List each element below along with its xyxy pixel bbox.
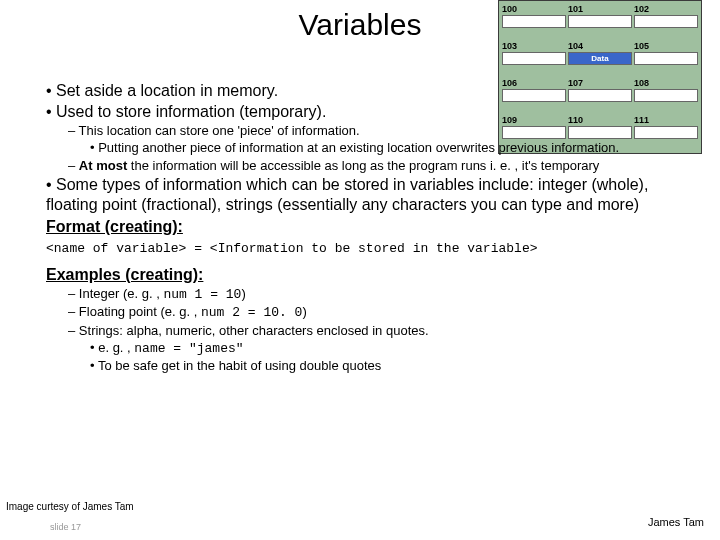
example-item: Integer (e. g. , num 1 = 10): [68, 286, 696, 303]
bullet-emphasis: At most: [79, 158, 127, 173]
slide-number: slide 17: [50, 522, 81, 532]
memory-cell: 100: [502, 4, 566, 39]
memory-cell-box-data: Data: [568, 52, 632, 65]
examples-list: Integer (e. g. , num 1 = 10) Floating po…: [24, 286, 696, 374]
memory-cell-label: 105: [634, 41, 698, 51]
example-sub-item: e. g. , name = "james": [90, 340, 696, 357]
format-heading: Format (creating):: [46, 217, 696, 237]
example-code: num 2 = 10. 0: [201, 305, 302, 320]
bullet-list-lvl1: Set aside a location in memory. Used to …: [24, 81, 696, 237]
slide: Variables 100101102103104Data10510610710…: [0, 0, 720, 540]
bullet-item: At most the information will be accessib…: [68, 158, 696, 174]
bullet-item: Putting another piece of information at …: [90, 140, 696, 156]
bullet-text: This location can store one 'piece' of i…: [79, 123, 360, 138]
example-text: Strings: alpha, numeric, other character…: [79, 323, 429, 338]
memory-cell-box: [634, 15, 698, 28]
example-text: ): [302, 304, 306, 319]
bullet-text: Used to store information (temporary).: [56, 103, 326, 120]
memory-cell: 103: [502, 41, 566, 76]
memory-cell-label: 103: [502, 41, 566, 51]
example-text: ): [241, 286, 245, 301]
memory-cell: 102: [634, 4, 698, 39]
memory-cell-label: 102: [634, 4, 698, 14]
memory-cell-box: [502, 15, 566, 28]
bullet-item: Set aside a location in memory.: [46, 81, 696, 101]
bullet-text: Some types of information which can be s…: [46, 176, 648, 213]
example-sub-item: To be safe get in the habit of using dou…: [90, 358, 696, 374]
memory-cell: 105: [634, 41, 698, 76]
memory-cell-box: [568, 15, 632, 28]
image-credit: Image curtesy of James Tam: [6, 501, 134, 512]
memory-cell: 104Data: [568, 41, 632, 76]
example-item: Floating point (e. g. , num 2 = 10. 0): [68, 304, 696, 321]
bullet-item: Used to store information (temporary). T…: [46, 102, 696, 174]
bullet-list-lvl3: Putting another piece of information at …: [68, 140, 696, 156]
memory-cell: 101: [568, 4, 632, 39]
example-text: e. g. ,: [98, 340, 134, 355]
bullet-item: Some types of information which can be s…: [46, 175, 696, 237]
code-format-line: <name of variable> = <Information to be …: [46, 241, 696, 257]
memory-cell-label: 101: [568, 4, 632, 14]
slide-body: Set aside a location in memory. Used to …: [24, 80, 696, 375]
memory-cell-box: [502, 52, 566, 65]
memory-cell-label: 100: [502, 4, 566, 14]
bullet-item: This location can store one 'piece' of i…: [68, 123, 696, 157]
example-item: Strings: alpha, numeric, other character…: [68, 323, 696, 375]
memory-cell-box: [634, 52, 698, 65]
example-sub-list: e. g. , name = "james" To be safe get in…: [68, 340, 696, 375]
memory-cell-label: 104: [568, 41, 632, 51]
example-code: num 1 = 10: [163, 287, 241, 302]
bullet-text: the information will be accessible as lo…: [127, 158, 599, 173]
example-text: Integer (e. g. ,: [79, 286, 164, 301]
example-code: name = "james": [134, 341, 243, 356]
author-name: James Tam: [648, 516, 704, 528]
example-text: Floating point (e. g. ,: [79, 304, 201, 319]
bullet-list-lvl2: This location can store one 'piece' of i…: [46, 123, 696, 174]
examples-heading: Examples (creating):: [46, 265, 696, 285]
